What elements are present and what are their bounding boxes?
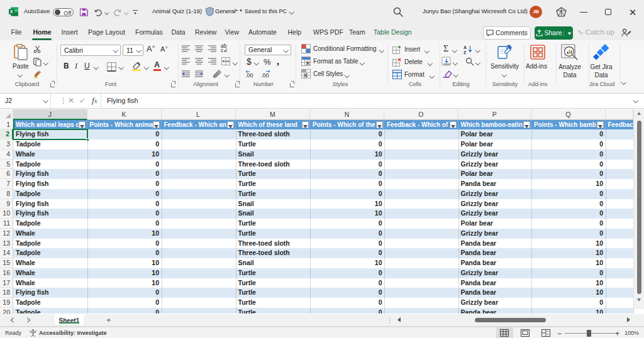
svg-text:X: X (10, 9, 13, 14)
svg-text:.00: .00 (261, 72, 269, 79)
svg-text:.00: .00 (245, 72, 253, 79)
svg-text:A: A (464, 45, 467, 50)
svg-text:Z: Z (464, 50, 467, 55)
